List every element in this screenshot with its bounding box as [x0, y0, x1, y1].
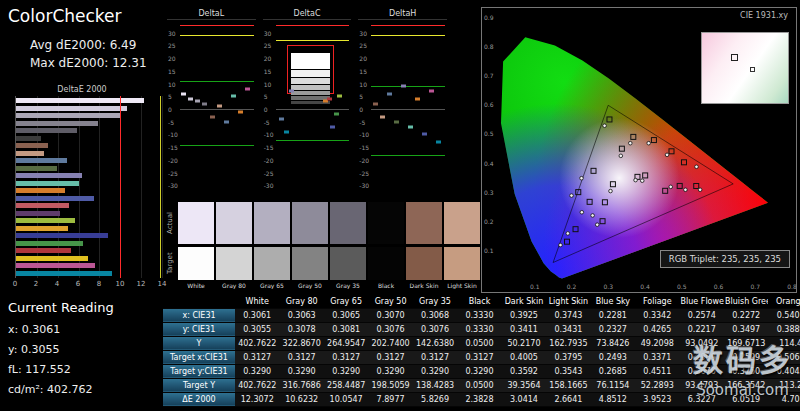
table-cell: 0.0500 — [457, 336, 501, 350]
delta-panel-point — [224, 120, 229, 123]
table-cell: 0.3290 — [324, 364, 368, 378]
table-cell: 0.3431 — [546, 322, 590, 336]
swatch-actual-gray-50[interactable] — [292, 202, 328, 244]
delta-panel-ytick: 20 — [168, 55, 176, 62]
delta-c-gray-bar — [291, 70, 330, 77]
svg-text:0.3: 0.3 — [484, 189, 494, 196]
swatch-target-black[interactable] — [368, 247, 404, 280]
delta-c-gray-stack — [291, 53, 330, 104]
delta-e-bar — [16, 248, 71, 253]
table-col-header: White — [235, 296, 279, 308]
delta-panel-ytick: 15 — [264, 67, 272, 74]
delta-panel-ytick: -10 — [359, 131, 369, 138]
table-cell: 0.3795 — [546, 350, 590, 364]
table-cell: 0.3592 — [502, 364, 546, 378]
table-row: y: CIE310.30550.30780.30810.30760.30760.… — [163, 322, 800, 336]
delta-e-bar-row — [16, 256, 162, 261]
swatch-label: White — [178, 282, 214, 289]
delta-e-bar-row — [16, 166, 162, 171]
swatch-target-light-skin[interactable] — [444, 247, 480, 280]
delta-panel-ytick: -20 — [168, 156, 178, 163]
table-row-label[interactable]: Y — [163, 336, 235, 350]
table-row-label[interactable]: y: CIE31 — [163, 322, 235, 336]
delta-panel-reference-line — [276, 25, 350, 26]
table-cell: 12.3072 — [235, 392, 279, 406]
delta-panel-reference-line — [276, 40, 350, 41]
delta-panel-ytick: 30 — [264, 29, 272, 36]
delta-panel-ytick: 30 — [168, 29, 176, 36]
delta-e-bar-row — [16, 181, 162, 186]
delta-e-bar — [16, 121, 98, 126]
table-cell: 0.3497 — [724, 322, 768, 336]
delta-panel-reference-line — [276, 109, 350, 110]
delta-panel-point — [279, 118, 284, 121]
table-col-header: Black — [457, 296, 501, 308]
delta-e-bar-row — [16, 196, 162, 201]
table-row-label[interactable]: ΔE 2000 — [163, 392, 235, 406]
swatch-actual-white[interactable] — [178, 202, 214, 244]
swatch-target-gray-65[interactable] — [254, 247, 290, 280]
delta-panel-point — [394, 120, 399, 123]
delta-panel-ytick: 0 — [168, 106, 172, 113]
table-col-header: Blue Flower — [680, 296, 724, 308]
swatch-target-gray-80[interactable] — [216, 247, 252, 280]
table-cell: 316.7686 — [279, 378, 323, 392]
swatch-target-gray-50[interactable] — [292, 247, 328, 280]
svg-text:0.6: 0.6 — [714, 283, 724, 290]
svg-text:0.4: 0.4 — [484, 160, 494, 167]
delta-c-gray-bar — [291, 53, 330, 69]
table-cell: 2.6641 — [546, 392, 590, 406]
delta-panel-point — [284, 130, 289, 133]
swatch-actual-light-skin[interactable] — [444, 202, 480, 244]
swatch-actual-gray-80[interactable] — [216, 202, 252, 244]
swatch-actual-dark-skin[interactable] — [406, 202, 442, 244]
delta-e-bar — [16, 241, 83, 246]
current-reading-line: x: 0.3061 — [8, 323, 158, 336]
table-col-header: Orange — [768, 296, 800, 308]
swatch-actual-black[interactable] — [368, 202, 404, 244]
table-cell: 264.9547 — [324, 336, 368, 350]
swatch-actual-gray-35[interactable] — [330, 202, 366, 244]
table-row-label[interactable]: x: CIE31 — [163, 308, 235, 322]
table-cell: 0.3070 — [368, 308, 412, 322]
delta-panel-point — [330, 125, 335, 128]
table-cell: 0.3078 — [279, 322, 323, 336]
delta-panel-ytick: 10 — [359, 80, 367, 87]
measurement-table-head: WhiteGray 80Gray 65Gray 50Gray 35BlackDa… — [163, 296, 800, 308]
delta-panel-point — [245, 87, 250, 90]
delta-e-bar — [16, 211, 60, 216]
swatch-target-white[interactable] — [178, 247, 214, 280]
svg-text:0.6: 0.6 — [484, 101, 494, 108]
delta-e-axis-tick: 2 — [34, 280, 38, 288]
table-col-header: Gray 65 — [324, 296, 368, 308]
delta-panel-point — [337, 95, 342, 98]
table-cell: 0.3061 — [235, 308, 279, 322]
table-cell: 0.3411 — [502, 322, 546, 336]
delta-panel-ytick: 5 — [359, 93, 363, 100]
delta-e-bar — [16, 233, 108, 238]
table-row: x: CIE310.30610.30630.30650.30700.30680.… — [163, 308, 800, 322]
table-row-label[interactable]: Target Y — [163, 378, 235, 392]
table-cell: 0.2327 — [591, 322, 635, 336]
table-cell: 5.8269 — [413, 392, 457, 406]
table-row-label[interactable]: Target x:CIE31 — [163, 350, 235, 364]
current-reading-line: fL: 117.552 — [8, 363, 158, 376]
delta-panel-point — [195, 100, 200, 103]
table-row-label[interactable]: Target y:CIE31 — [163, 364, 235, 378]
table-col-header: Light Skin — [546, 296, 590, 308]
delta-panel-ytick: -5 — [168, 118, 174, 125]
svg-text:0.2: 0.2 — [567, 283, 577, 290]
delta-e-bar-row — [16, 271, 162, 276]
swatch-target-dark-skin[interactable] — [406, 247, 442, 280]
delta-e-bar — [16, 166, 57, 171]
delta-e-threshold-line — [160, 96, 161, 278]
delta-e-bar — [16, 263, 95, 268]
table-cell: 158.1665 — [546, 378, 590, 392]
watermark-brand: 数码多 — [693, 336, 792, 380]
table-cell: 0.2217 — [680, 322, 724, 336]
delta-e-bar — [16, 158, 67, 163]
swatch-target-gray-35[interactable] — [330, 247, 366, 280]
delta-panel-point — [422, 133, 427, 136]
delta-panel-point — [373, 102, 378, 105]
swatch-actual-gray-65[interactable] — [254, 202, 290, 244]
